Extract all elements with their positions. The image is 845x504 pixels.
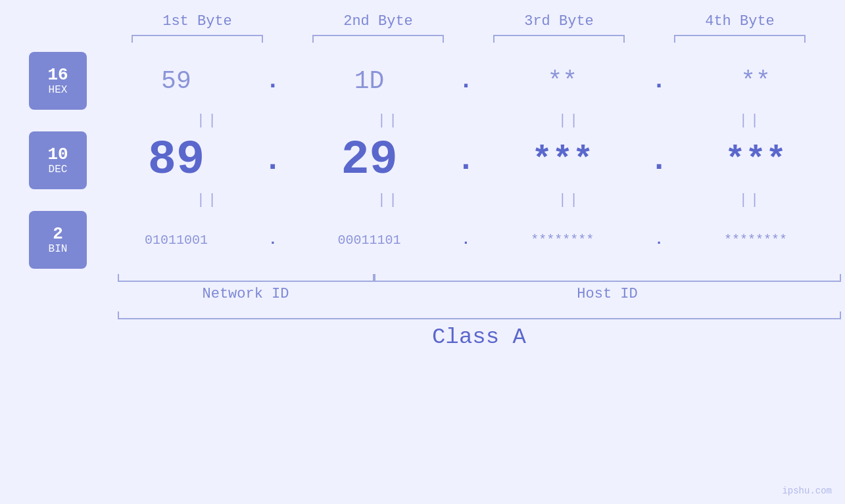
class-label: Class A xyxy=(118,325,841,350)
hex-badge-number: 16 xyxy=(47,66,68,85)
eq2-b1: || xyxy=(142,192,274,208)
hex-b4: ** xyxy=(690,67,821,95)
bracket-2 xyxy=(312,35,444,43)
bracket-3 xyxy=(493,35,625,43)
bracket-1 xyxy=(132,35,263,43)
equals-row-1: || || || || xyxy=(118,112,841,129)
dec-dot1: . xyxy=(263,143,283,178)
header-byte1: 1st Byte xyxy=(125,13,270,30)
main-container: 1st Byte 2nd Byte 3rd Byte 4th Byte 16 H… xyxy=(0,0,845,504)
header-byte2: 2nd Byte xyxy=(306,13,450,30)
hex-b3: ** xyxy=(496,67,628,95)
bin-badge: 2 BIN xyxy=(29,211,87,269)
equals-row-2: || || || || xyxy=(118,192,841,208)
class-bracket xyxy=(118,311,841,319)
hex-badge: 16 HEX xyxy=(29,52,87,110)
id-labels: Network ID Host ID xyxy=(118,286,841,302)
dec-b4: *** xyxy=(690,141,821,180)
eq2-b4: || xyxy=(685,192,816,208)
dec-b2: 29 xyxy=(304,133,435,187)
eq2-b2: || xyxy=(323,192,454,208)
dec-values: 89 . 29 . *** . *** xyxy=(87,133,845,187)
bin-dot2: . xyxy=(456,232,475,248)
bin-dot3: . xyxy=(649,232,669,248)
dec-row: 10 DEC 89 . 29 . *** . *** xyxy=(0,131,845,189)
eq1-b2: || xyxy=(323,112,454,129)
watermark: ipshu.com xyxy=(782,486,832,496)
host-id-label: Host ID xyxy=(374,286,841,302)
byte-headers: 1st Byte 2nd Byte 3rd Byte 4th Byte xyxy=(107,13,831,30)
dec-badge-label: DEC xyxy=(49,164,68,175)
dec-badge: 10 DEC xyxy=(29,131,87,189)
bin-b4: ******** xyxy=(690,233,821,248)
header-byte3: 3rd Byte xyxy=(487,13,631,30)
eq2-b3: || xyxy=(504,192,635,208)
dec-b3: *** xyxy=(496,141,628,180)
bin-b1: 01011001 xyxy=(110,233,242,248)
bin-badge-label: BIN xyxy=(49,243,68,255)
bracket-4 xyxy=(674,35,806,43)
bin-row: 2 BIN 01011001 . 00011101 . ******** . *… xyxy=(0,211,845,269)
header-byte4: 4th Byte xyxy=(667,13,812,30)
network-host-brackets xyxy=(118,274,841,282)
host-bracket xyxy=(374,274,841,282)
network-id-label: Network ID xyxy=(118,286,374,302)
hex-row: 16 HEX 59 . 1D . ** . ** xyxy=(0,52,845,110)
dec-dot3: . xyxy=(649,143,669,178)
dec-badge-number: 10 xyxy=(47,145,68,164)
hex-badge-label: HEX xyxy=(49,84,68,96)
dec-dot2: . xyxy=(456,143,475,178)
bin-dot1: . xyxy=(263,232,283,248)
hex-dot2: . xyxy=(456,68,475,95)
eq1-b4: || xyxy=(685,112,816,129)
hex-b1: 59 xyxy=(110,67,242,95)
hex-b2: 1D xyxy=(304,67,435,95)
bin-badge-number: 2 xyxy=(53,225,63,244)
bin-b2: 00011101 xyxy=(304,233,435,248)
bin-b3: ******** xyxy=(496,233,628,248)
bin-values: 01011001 . 00011101 . ******** . *******… xyxy=(87,232,845,248)
network-bracket xyxy=(118,274,374,282)
hex-dot1: . xyxy=(263,68,283,95)
hex-values: 59 . 1D . ** . ** xyxy=(87,67,845,95)
dec-b1: 89 xyxy=(110,133,242,187)
top-brackets xyxy=(107,35,831,43)
hex-dot3: . xyxy=(649,68,669,95)
eq1-b3: || xyxy=(504,112,635,129)
eq1-b1: || xyxy=(142,112,274,129)
